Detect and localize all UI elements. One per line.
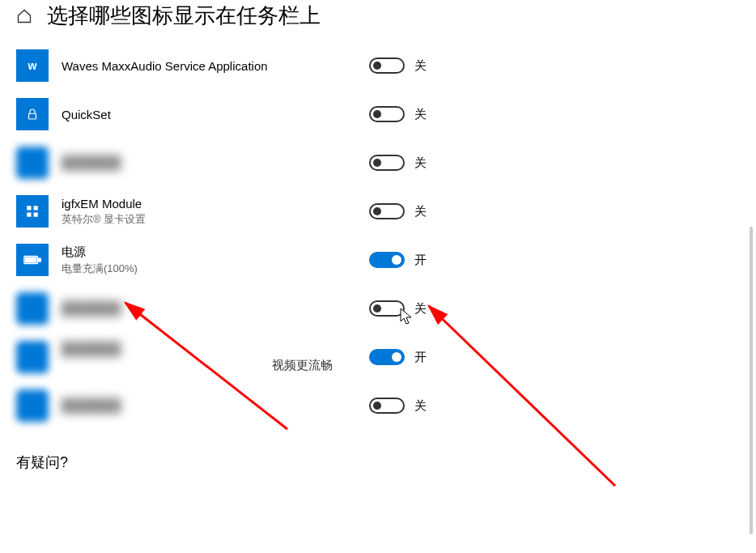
page-title: 选择哪些图标显示在任务栏上 xyxy=(47,2,321,30)
toggle-label: 关 xyxy=(414,107,427,122)
help-question[interactable]: 有疑问? xyxy=(16,453,756,472)
taskbar-icon-row: 电源电量充满(100%)开 xyxy=(16,239,756,287)
app-subtitle: 电量充满(100%) xyxy=(62,262,369,276)
app-text: ██████视频更流畅 xyxy=(62,341,369,373)
toggle-label: 开 xyxy=(414,350,427,365)
toggle-label: 关 xyxy=(414,155,427,171)
taskbar-icon-row: ██████视频更流畅开 xyxy=(16,336,756,385)
app-title: QuickSet xyxy=(62,108,369,121)
svg-rect-7 xyxy=(26,257,36,262)
toggle-switch[interactable] xyxy=(369,57,405,74)
app-title-blurred: ██████ xyxy=(62,342,369,356)
app-icon xyxy=(16,195,49,228)
app-text: QuickSet xyxy=(62,98,369,130)
app-text: 电源电量充满(100%) xyxy=(62,244,369,276)
app-icon xyxy=(16,341,49,373)
app-text: ██████ xyxy=(62,292,369,325)
app-title: Waves MaxxAudio Service Application xyxy=(62,59,369,73)
toggle-switch[interactable] xyxy=(369,203,405,219)
app-subtitle: 英特尔® 显卡设置 xyxy=(62,212,369,227)
svg-rect-6 xyxy=(38,258,40,262)
toggle-label: 开 xyxy=(414,253,427,268)
svg-rect-1 xyxy=(27,206,31,210)
home-icon[interactable] xyxy=(16,8,32,24)
app-title: igfxEM Module xyxy=(62,197,369,211)
taskbar-icon-row: ██████关 xyxy=(16,287,756,336)
app-title-blurred: ██████ xyxy=(62,398,369,413)
app-title-blurred: ██████ xyxy=(62,155,369,170)
app-text: igfxEM Module英特尔® 显卡设置 xyxy=(62,195,369,228)
taskbar-icon-row: QuickSet关 xyxy=(16,93,756,142)
toggle-switch[interactable] xyxy=(369,349,405,365)
toggle-switch[interactable] xyxy=(369,155,405,171)
taskbar-icon-row: igfxEM Module英特尔® 显卡设置关 xyxy=(16,190,756,239)
app-icon: w xyxy=(16,49,49,82)
taskbar-icon-row: ██████关 xyxy=(16,142,756,190)
taskbar-icon-row: ██████关 xyxy=(16,385,756,433)
toggle-switch[interactable] xyxy=(369,252,405,268)
toggle-label: 关 xyxy=(414,204,427,219)
app-title: 电源 xyxy=(62,245,369,260)
app-icon xyxy=(16,244,49,276)
toggle-label: 关 xyxy=(414,398,427,414)
svg-rect-0 xyxy=(29,113,36,119)
app-icon xyxy=(16,98,49,130)
toggle-switch[interactable] xyxy=(369,398,405,414)
svg-rect-3 xyxy=(27,213,31,217)
extra-caption: 视频更流畅 xyxy=(272,358,369,373)
taskbar-icon-row: wWaves MaxxAudio Service Application关 xyxy=(16,45,756,93)
app-title-blurred: ██████ xyxy=(62,301,369,316)
svg-rect-4 xyxy=(34,213,38,217)
scrollbar[interactable] xyxy=(750,227,753,534)
toggle-switch[interactable] xyxy=(369,106,405,122)
toggle-switch[interactable] xyxy=(369,300,405,317)
app-icon xyxy=(16,147,49,179)
app-icon xyxy=(16,389,49,422)
app-text: Waves MaxxAudio Service Application xyxy=(62,49,369,82)
toggle-label: 关 xyxy=(414,58,427,74)
svg-rect-2 xyxy=(34,206,38,210)
app-text: ██████ xyxy=(62,389,369,422)
app-text: ██████ xyxy=(62,147,369,179)
toggle-label: 关 xyxy=(414,301,427,317)
app-icon xyxy=(16,292,49,325)
